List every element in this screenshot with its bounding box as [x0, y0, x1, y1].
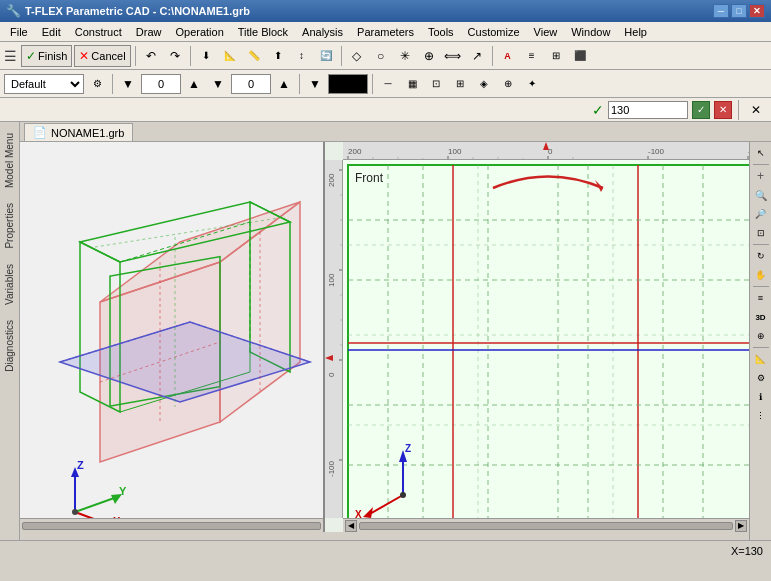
menu-bar: FileEditConstructDrawOperationTitle Bloc…	[0, 22, 771, 42]
rt-fit-btn[interactable]: ⊡	[752, 224, 770, 242]
tb-btn-9[interactable]: ✳	[394, 45, 416, 67]
rt-snap-btn[interactable]: ⊕	[752, 327, 770, 345]
decr-btn1[interactable]: ▼	[117, 73, 139, 95]
menu-item-window[interactable]: Window	[565, 25, 616, 39]
menu-item-view[interactable]: View	[528, 25, 564, 39]
rt-more-btn[interactable]: ⋮	[752, 407, 770, 425]
scrollbar-h-2d[interactable]: ◀ ▶	[343, 518, 749, 532]
num-input-1[interactable]: 0	[141, 74, 181, 94]
tb2-btn3[interactable]: ✦	[521, 73, 543, 95]
app-icon: 🔧	[6, 4, 21, 18]
coord-input[interactable]: 130	[608, 101, 688, 119]
layer-select[interactable]: Default	[4, 74, 84, 94]
rt-sep-3	[753, 286, 769, 287]
tb-btn-2[interactable]: 📐	[219, 45, 241, 67]
rt-pointer-btn[interactable]: ↖	[752, 144, 770, 162]
scroll-thumb-h-2d[interactable]	[359, 522, 733, 530]
menu-item-parameters[interactable]: Parameters	[351, 25, 420, 39]
cancel-button[interactable]: ✕ Cancel	[74, 45, 130, 67]
svg-text:-200: -200	[748, 147, 749, 156]
scrollbar-h-3d[interactable]	[20, 518, 323, 532]
tb2-btn2[interactable]: ⊕	[497, 73, 519, 95]
coord-check-icon[interactable]: ✓	[592, 102, 604, 118]
menu-item-help[interactable]: Help	[618, 25, 653, 39]
tb-btn-16[interactable]: ⬛	[569, 45, 591, 67]
status-coord: X=130	[731, 545, 763, 557]
tb-btn-13[interactable]: A	[497, 45, 519, 67]
rt-measure-btn[interactable]: 📐	[752, 350, 770, 368]
ruler-vertical: 200 100 0 -100	[325, 160, 343, 518]
undo-button[interactable]: ↶	[140, 45, 162, 67]
snap-btn[interactable]: ⊡	[425, 73, 447, 95]
sidebar-tab-properties[interactable]: Properties	[1, 196, 18, 256]
scroll-thumb-h-3d[interactable]	[22, 522, 321, 530]
close-button[interactable]: ✕	[749, 4, 765, 18]
menu-item-tools[interactable]: Tools	[422, 25, 460, 39]
panel-close-btn[interactable]: ✕	[745, 99, 767, 121]
rt-pan-btn[interactable]: ✋	[752, 266, 770, 284]
sidebar-tab-model-menu[interactable]: Model Menu	[1, 126, 18, 195]
menu-item-draw[interactable]: Draw	[130, 25, 168, 39]
menu-item-operation[interactable]: Operation	[169, 25, 229, 39]
svg-text:200: 200	[327, 173, 336, 187]
coord-cancel-btn[interactable]: ✕	[714, 101, 732, 119]
maximize-button[interactable]: □	[731, 4, 747, 18]
doc-tab[interactable]: 📄 NONAME1.grb	[24, 123, 133, 141]
line-style-btn[interactable]: ─	[377, 73, 399, 95]
coord-ok-btn[interactable]: ✓	[692, 101, 710, 119]
tb-btn-4[interactable]: ⬆	[267, 45, 289, 67]
color-swatch[interactable]	[328, 74, 368, 94]
sidebar-tab-diagnostics[interactable]: Diagnostics	[1, 313, 18, 379]
axis-3d: Z X Y	[45, 457, 125, 517]
sidebar-tab-variables[interactable]: Variables	[1, 257, 18, 312]
tb-btn-7[interactable]: ◇	[346, 45, 368, 67]
rt-zoom-out-btn[interactable]: 🔎	[752, 205, 770, 223]
menu-item-title-block[interactable]: Title Block	[232, 25, 294, 39]
grid-btn[interactable]: ⊞	[449, 73, 471, 95]
rt-layer-btn[interactable]: ≡	[752, 289, 770, 307]
rt-plus-btn[interactable]: +	[752, 167, 770, 185]
tb-btn-6[interactable]: 🔄	[315, 45, 337, 67]
rt-rotate-btn[interactable]: ↻	[752, 247, 770, 265]
menu-item-edit[interactable]: Edit	[36, 25, 67, 39]
tb-btn-15[interactable]: ⊞	[545, 45, 567, 67]
finish-button[interactable]: ✓ Finish	[21, 45, 72, 67]
menu-item-file[interactable]: File	[4, 25, 34, 39]
scroll-left-btn[interactable]: ◀	[345, 520, 357, 532]
title-bar: 🔧 T-FLEX Parametric CAD - C:\NONAME1.grb…	[0, 0, 771, 22]
tb-btn-10[interactable]: ⊕	[418, 45, 440, 67]
svg-text:100: 100	[448, 147, 462, 156]
rt-zoom-in-btn[interactable]: 🔍	[752, 186, 770, 204]
color-btn[interactable]: ▼	[304, 73, 326, 95]
view3d[interactable]: Z X Y	[20, 142, 325, 532]
tb-btn-12[interactable]: ↗	[466, 45, 488, 67]
svg-text:-100: -100	[648, 147, 665, 156]
tb-btn-5[interactable]: ↕	[291, 45, 313, 67]
view2d[interactable]: 200 100 0 -100 -200	[325, 142, 749, 532]
menu-item-construct[interactable]: Construct	[69, 25, 128, 39]
incr-btn2[interactable]: ▲	[273, 73, 295, 95]
fill-btn[interactable]: ▦	[401, 73, 423, 95]
tb-btn-11[interactable]: ⟺	[442, 45, 464, 67]
coord-bar: ✓ 130 ✓ ✕ ✕	[0, 98, 771, 122]
rt-settings-btn[interactable]: ⚙	[752, 369, 770, 387]
tb-btn-14[interactable]: ≡	[521, 45, 543, 67]
decr-btn2[interactable]: ▼	[207, 73, 229, 95]
rt-info-btn[interactable]: ℹ	[752, 388, 770, 406]
layer-settings-btn[interactable]: ⚙	[86, 73, 108, 95]
menu-item-customize[interactable]: Customize	[462, 25, 526, 39]
menu-item-analysis[interactable]: Analysis	[296, 25, 349, 39]
tb-btn-8[interactable]: ○	[370, 45, 392, 67]
tb-btn-3[interactable]: 📏	[243, 45, 265, 67]
toolbar-separator4	[492, 46, 493, 66]
num-input-2[interactable]: 0	[231, 74, 271, 94]
tb2-btn1[interactable]: ◈	[473, 73, 495, 95]
incr-btn1[interactable]: ▲	[183, 73, 205, 95]
toolbar-separator	[135, 46, 136, 66]
rt-3d-btn[interactable]: 3D	[752, 308, 770, 326]
tb-btn-1[interactable]: ⬇	[195, 45, 217, 67]
doc-area: 📄 NONAME1.grb	[20, 122, 771, 540]
redo-button[interactable]: ↷	[164, 45, 186, 67]
scroll-right-btn[interactable]: ▶	[735, 520, 747, 532]
minimize-button[interactable]: ─	[713, 4, 729, 18]
